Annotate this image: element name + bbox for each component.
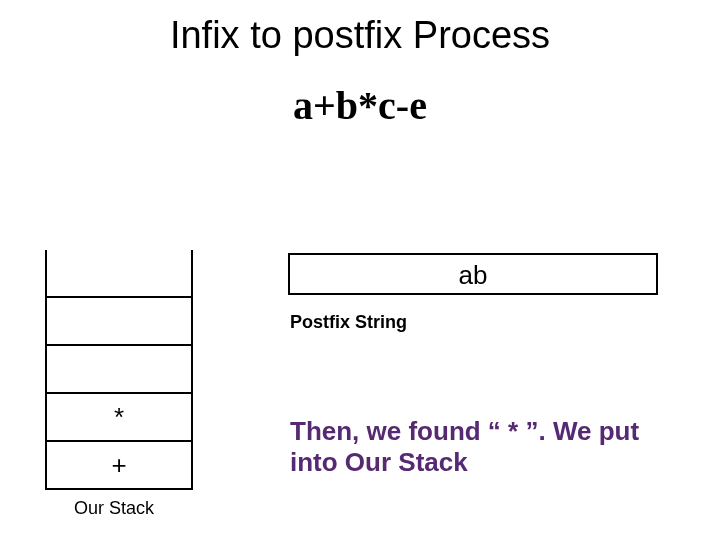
stack-cell [45,250,193,298]
stack-label: Our Stack [74,498,154,519]
stack-visual: * + [45,250,193,490]
stack-cell: * [45,394,193,442]
slide-title: Infix to postfix Process [0,14,720,57]
stack-cell [45,346,193,394]
postfix-output-box: ab [288,253,658,295]
step-caption: Then, we found “ * ”. We put into Our St… [290,416,690,478]
stack-cell [45,298,193,346]
stack-cell: + [45,442,193,490]
postfix-output-label: Postfix String [290,312,407,333]
infix-expression: a+b*c-e [0,82,720,129]
